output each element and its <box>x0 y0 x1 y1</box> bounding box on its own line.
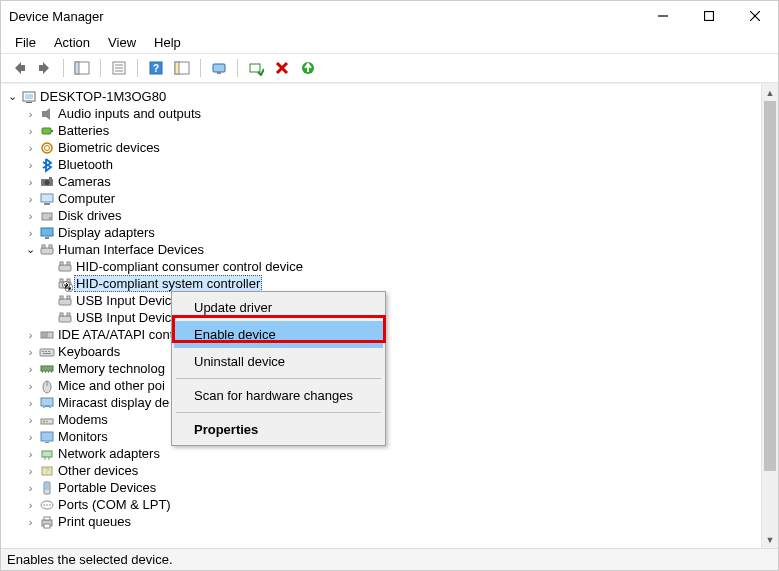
device-label: HID-compliant consumer control device <box>74 259 305 274</box>
memory-icon <box>38 361 56 377</box>
ctx-properties[interactable]: Properties <box>174 416 383 443</box>
category-label: Print queues <box>56 514 133 529</box>
tree-category[interactable]: › Display adapters <box>5 224 778 241</box>
expand-icon[interactable]: › <box>23 191 38 206</box>
network-icon <box>38 446 56 462</box>
device-label: USB Input Devic <box>74 310 173 325</box>
help-button[interactable]: ? <box>144 56 168 80</box>
tree-device[interactable]: USB Input Devic <box>5 309 778 326</box>
collapse-icon[interactable]: ⌄ <box>23 242 38 257</box>
category-label: IDE ATA/ATAPI cont <box>56 327 175 342</box>
tree-device[interactable]: HID-compliant system controller <box>5 275 778 292</box>
tree-category[interactable]: › Network adapters <box>5 445 778 462</box>
tree-category[interactable]: › Print queues <box>5 513 778 530</box>
svg-rect-1 <box>705 12 714 21</box>
device-label: HID-compliant system controller <box>74 275 262 292</box>
tree-category[interactable]: › Audio inputs and outputs <box>5 105 778 122</box>
properties-button[interactable] <box>107 56 131 80</box>
toolbar-separator <box>237 59 238 77</box>
show-hide-console-tree-button[interactable] <box>70 56 94 80</box>
category-label: Disk drives <box>56 208 124 223</box>
tree-category[interactable]: › Cameras <box>5 173 778 190</box>
maximize-button[interactable] <box>686 1 732 31</box>
expand-icon[interactable]: › <box>23 378 38 393</box>
vertical-scrollbar[interactable]: ▲ ▼ <box>761 84 778 548</box>
tree-category[interactable]: › Computer <box>5 190 778 207</box>
device-tree[interactable]: ⌄ DESKTOP-1M3OG80 › Audio inputs and out… <box>1 84 778 548</box>
svg-rect-14 <box>213 64 225 72</box>
tree-category[interactable]: › IDE ATA/ATAPI cont <box>5 326 778 343</box>
ctx-separator <box>176 412 381 413</box>
toolbar-separator <box>100 59 101 77</box>
tree-category[interactable]: › Ports (COM & LPT) <box>5 496 778 513</box>
back-button[interactable] <box>7 56 31 80</box>
ctx-update-driver[interactable]: Update driver <box>174 294 383 321</box>
toolbar-separator <box>63 59 64 77</box>
port-icon <box>38 497 56 513</box>
miracast-icon <box>38 395 56 411</box>
tree-category[interactable]: › Portable Devices <box>5 479 778 496</box>
menu-help[interactable]: Help <box>146 33 189 52</box>
expand-icon[interactable]: › <box>23 514 38 529</box>
tree-category[interactable]: › Miracast display de <box>5 394 778 411</box>
tree-category[interactable]: › Batteries <box>5 122 778 139</box>
expand-icon[interactable]: › <box>23 225 38 240</box>
category-label: Batteries <box>56 123 111 138</box>
disable-device-button[interactable] <box>270 56 294 80</box>
close-button[interactable] <box>732 1 778 31</box>
tree-category[interactable]: › Biometric devices <box>5 139 778 156</box>
menu-file[interactable]: File <box>7 33 44 52</box>
ctx-enable-device[interactable]: Enable device <box>174 321 383 348</box>
tree-category[interactable]: ⌄ Human Interface Devices <box>5 241 778 258</box>
ctx-scan-hardware[interactable]: Scan for hardware changes <box>174 382 383 409</box>
menu-view[interactable]: View <box>100 33 144 52</box>
tree-device[interactable]: HID-compliant consumer control device <box>5 258 778 275</box>
collapse-icon[interactable]: ⌄ <box>5 89 20 104</box>
expand-icon[interactable]: › <box>23 395 38 410</box>
tree-category[interactable]: › Other devices <box>5 462 778 479</box>
tree-device[interactable]: USB Input Devic <box>5 292 778 309</box>
expand-icon[interactable]: › <box>23 327 38 342</box>
scan-hardware-button[interactable] <box>207 56 231 80</box>
device-label: USB Input Devic <box>74 293 173 308</box>
scroll-thumb[interactable] <box>764 101 776 471</box>
tree-category[interactable]: › Disk drives <box>5 207 778 224</box>
expand-icon[interactable]: › <box>23 412 38 427</box>
bluetooth-icon <box>38 157 56 173</box>
forward-button[interactable] <box>33 56 57 80</box>
expand-icon[interactable]: › <box>23 157 38 172</box>
tree-category[interactable]: › Modems <box>5 411 778 428</box>
expand-icon[interactable]: › <box>23 480 38 495</box>
expand-icon[interactable]: › <box>23 361 38 376</box>
expand-icon[interactable]: › <box>23 344 38 359</box>
category-label: Ports (COM & LPT) <box>56 497 173 512</box>
enable-device-button[interactable] <box>244 56 268 80</box>
expand-icon[interactable]: › <box>23 174 38 189</box>
tree-category[interactable]: › Monitors <box>5 428 778 445</box>
expand-icon[interactable]: › <box>23 208 38 223</box>
minimize-button[interactable] <box>640 1 686 31</box>
tree-category[interactable]: › Mice and other poi <box>5 377 778 394</box>
scroll-up-arrow[interactable]: ▲ <box>762 84 778 101</box>
menu-action[interactable]: Action <box>46 33 98 52</box>
action-button[interactable] <box>170 56 194 80</box>
scroll-down-arrow[interactable]: ▼ <box>762 531 778 548</box>
monitor-icon <box>38 429 56 445</box>
toolbar: ? <box>1 53 778 83</box>
expand-icon[interactable]: › <box>23 497 38 512</box>
expand-icon[interactable]: › <box>23 429 38 444</box>
expand-icon[interactable]: › <box>23 463 38 478</box>
expand-icon[interactable]: › <box>23 106 38 121</box>
tree-category[interactable]: › Memory technolog <box>5 360 778 377</box>
update-driver-button[interactable] <box>296 56 320 80</box>
expand-icon[interactable]: › <box>23 446 38 461</box>
status-text: Enables the selected device. <box>7 552 173 567</box>
print-icon <box>38 514 56 530</box>
expand-icon[interactable]: › <box>23 140 38 155</box>
tree-category[interactable]: › Bluetooth <box>5 156 778 173</box>
expand-icon[interactable]: › <box>23 123 38 138</box>
ctx-uninstall-device[interactable]: Uninstall device <box>174 348 383 375</box>
tree-category[interactable]: › Keyboards <box>5 343 778 360</box>
computer-icon <box>38 191 56 207</box>
tree-root[interactable]: ⌄ DESKTOP-1M3OG80 <box>5 88 778 105</box>
